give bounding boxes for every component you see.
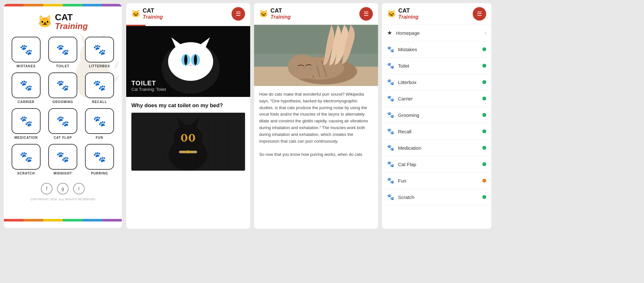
grooming-nav-label: Grooming [398, 112, 419, 118]
grid-item-catflap[interactable]: 🐾 CAT FLAP [47, 108, 79, 139]
nav-litterbox-right [482, 80, 486, 84]
panel4-training-label: Training [398, 14, 419, 20]
grid-item-midnight[interactable]: 🐾 MIDNIGHT [47, 144, 79, 175]
nav-grooming-left: 🐾 Grooming [387, 111, 419, 118]
panel3-training-label: Training [270, 14, 291, 20]
panel4-cat-label: CAT [398, 8, 419, 14]
mistakes-label: MISTAKES [17, 64, 36, 68]
grid-item-carrier[interactable]: 🐾 CARRIER [10, 72, 42, 104]
nav-recall-left: 🐾 Recall [387, 128, 412, 135]
nav-carrier-right [482, 97, 486, 100]
carrier-button[interactable]: 🐾 [12, 72, 41, 98]
panel3-body-text: How do cats make that wonderful purr sou… [254, 86, 378, 163]
fun-status-dot [482, 179, 486, 183]
litterbox-label: LITTERBOX [89, 64, 110, 68]
mistakes-button[interactable]: 🐾 [12, 37, 41, 62]
logo-cat-text: CAT [55, 13, 88, 22]
recall-nav-label: Recall [398, 129, 412, 134]
nav-panel: 🐱 CAT Training ☰ ★ Homepage › 🐾 Mistakes [382, 3, 491, 229]
nav-paw-mistakes: 🐾 [387, 46, 394, 53]
purring-button[interactable]: 🐾 [85, 144, 114, 170]
fun-button[interactable]: 🐾 [85, 108, 114, 134]
panel3-logo-text: CAT Training [270, 8, 291, 20]
google-button[interactable]: g [57, 183, 69, 194]
nav-paw-grooming: 🐾 [387, 111, 394, 118]
nav-carrier-left: 🐾 Carrier [387, 95, 413, 102]
fun-label: FUN [96, 136, 103, 139]
medication-label: MEDICATION [14, 136, 38, 139]
grid-item-mistakes[interactable]: 🐾 MISTAKES [10, 37, 42, 68]
nav-item-toilet[interactable]: 🐾 Toilet [382, 58, 491, 74]
panel3-logo: 🐱 CAT Training [259, 8, 291, 20]
scratch-button[interactable]: 🐾 [12, 144, 41, 170]
nav-menu: ★ Homepage › 🐾 Mistakes 🐾 Toilet [382, 25, 491, 205]
nav-item-recall[interactable]: 🐾 Recall [382, 123, 491, 140]
panel3-cat-icon: 🐱 [259, 10, 268, 18]
twitter-button[interactable]: t [73, 183, 85, 194]
scratch-nav-label: Scratch [398, 194, 414, 200]
hero-subtitle: Cat Training: Toilet [131, 87, 166, 92]
panel3-paragraph-1: How do cats make that wonderful purr sou… [259, 91, 373, 145]
medication-nav-label: Medication [398, 145, 421, 151]
nav-item-grooming[interactable]: 🐾 Grooming [382, 107, 491, 123]
panel2-logo: 🐱 CAT Training [131, 8, 163, 20]
panel3-cat-label: CAT [270, 8, 291, 14]
grooming-button[interactable]: 🐾 [48, 72, 77, 98]
nav-item-medication[interactable]: 🐾 Medication [382, 140, 491, 156]
panel3-header: 🐱 CAT Training ☰ [254, 3, 378, 25]
recall-status-dot [482, 129, 486, 133]
catflap-label: CAT FLAP [54, 136, 72, 139]
grid-item-recall[interactable]: 🐾 RECALL [83, 72, 116, 104]
facebook-button[interactable]: f [41, 183, 52, 194]
nav-item-mistakes[interactable]: 🐾 Mistakes [382, 41, 491, 58]
carrier-nav-label: Carrier [398, 96, 413, 101]
panel4-menu-button[interactable]: ☰ [473, 7, 486, 21]
app-grid: 🐾 MISTAKES 🐾 TOILET 🐾 LITTERBOX 🐾 CARRIE… [10, 37, 116, 175]
nav-item-homepage[interactable]: ★ Homepage › [382, 25, 491, 41]
nav-item-carrier[interactable]: 🐾 Carrier [382, 90, 491, 107]
article-section: Why does my cat toilet on my bed? [126, 97, 250, 176]
catflap-button[interactable]: 🐾 [48, 108, 77, 134]
panel4-logo-text: CAT Training [398, 8, 419, 20]
grid-item-scratch[interactable]: 🐾 SCRATCH [10, 144, 42, 175]
panel2-menu-button[interactable]: ☰ [232, 7, 245, 21]
grid-item-medication[interactable]: 🐾 MEDICATION [10, 108, 42, 139]
nav-paw-scratch: 🐾 [387, 193, 394, 201]
nav-paw-fun: 🐾 [387, 177, 394, 184]
nav-recall-right [482, 129, 486, 133]
panel4-logo: 🐱 CAT Training [387, 8, 419, 20]
medication-button[interactable]: 🐾 [12, 108, 41, 134]
recall-button[interactable]: 🐾 [85, 72, 114, 98]
grid-item-toilet[interactable]: 🐾 TOILET [47, 37, 79, 68]
nav-item-fun[interactable]: 🐾 Fun [382, 173, 491, 189]
cat-logo-icon: 🐱 [38, 15, 52, 28]
grid-item-litterbox[interactable]: 🐾 LITTERBOX [83, 37, 116, 68]
mistakes-status-dot [482, 47, 486, 51]
toilet-nav-label: Toilet [398, 63, 409, 69]
nav-litterbox-left: 🐾 Litterbox [387, 79, 417, 86]
nav-item-litterbox[interactable]: 🐾 Litterbox [382, 74, 491, 90]
midnight-label: MIDNIGHT [53, 172, 72, 175]
grid-item-grooming[interactable]: 🐾 GROOMING [47, 72, 79, 104]
carrier-status-dot [482, 97, 486, 100]
grid-item-fun[interactable]: 🐾 FUN [83, 108, 116, 139]
panel3-menu-button[interactable]: ☰ [359, 7, 373, 21]
nav-fun-right [482, 179, 486, 183]
grid-item-purring[interactable]: 🐾 PURRING [83, 144, 116, 175]
content-panel-2: 🐱 CAT Training ☰ [126, 3, 250, 229]
midnight-button[interactable]: 🐾 [48, 144, 77, 170]
hero-title: TOILET [131, 80, 166, 87]
star-icon: ★ [387, 29, 392, 36]
recall-label: RECALL [92, 100, 107, 104]
nav-item-catflap[interactable]: 🐾 Cat Flap [382, 156, 491, 173]
nav-mistakes-right [482, 47, 486, 51]
nav-grooming-right [482, 113, 486, 117]
toilet-button[interactable]: 🐾 [48, 37, 77, 62]
grooming-label: GROOMING [52, 100, 73, 104]
panel4-hamburger-icon: ☰ [477, 11, 482, 17]
nav-item-homepage-left: ★ Homepage [387, 29, 420, 36]
medication-status-dot [482, 146, 486, 150]
nav-item-scratch[interactable]: 🐾 Scratch [382, 189, 491, 205]
nav-paw-catflap: 🐾 [387, 161, 394, 168]
litterbox-button[interactable]: 🐾 [85, 37, 114, 62]
